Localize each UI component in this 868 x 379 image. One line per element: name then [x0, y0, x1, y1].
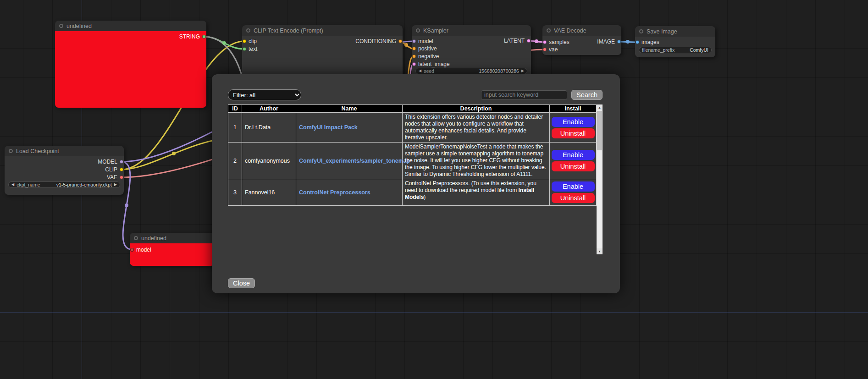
node-load-checkpoint[interactable]: Load Checkpoint MODEL CLIP VAE ◀ ckpt_na… — [5, 146, 124, 195]
output-row-model: MODEL — [98, 159, 123, 165]
output-row-image: IMAGE — [597, 38, 621, 45]
uninstall-button[interactable]: Uninstall — [552, 128, 595, 138]
search-button[interactable]: Search — [571, 90, 603, 100]
input-slot-clip[interactable] — [243, 39, 246, 43]
input-label: samples — [549, 39, 569, 45]
output-slot-latent[interactable] — [527, 39, 531, 43]
uninstall-button[interactable]: Uninstall — [552, 193, 595, 203]
seed-widget[interactable]: ◀ seed 156680208700286 ▶ — [415, 68, 527, 74]
node-undefined-bottom[interactable]: undefined model — [130, 233, 215, 266]
node-titlebar[interactable]: KSampler — [412, 25, 531, 36]
node-title: Save Image — [647, 28, 677, 35]
node-title: Load Checkpoint — [16, 148, 59, 154]
extension-link[interactable]: ComfyUI Impact Pack — [299, 124, 358, 131]
extension-link[interactable]: ControlNet Preprocessors — [299, 189, 370, 196]
input-slot-images[interactable] — [636, 40, 639, 44]
collapse-dot-icon[interactable] — [59, 24, 63, 28]
collapse-dot-icon[interactable] — [246, 28, 250, 33]
node-save-image[interactable]: Save Image images filename_prefix ComfyU… — [635, 26, 715, 57]
scroll-up-icon[interactable]: ▲ — [597, 104, 603, 110]
collapse-dot-icon[interactable] — [547, 28, 551, 33]
output-row-string: STRING — [179, 33, 206, 40]
ckpt-name-widget[interactable]: ◀ ckpt_name v1-5-pruned-emaonly.ckpt ▶ — [8, 181, 120, 188]
decrement-icon[interactable]: ◀ — [419, 69, 421, 73]
input-row-latent-image: latent_image — [412, 61, 450, 67]
node-title: KSampler — [423, 27, 448, 34]
input-label: clip — [249, 38, 257, 44]
collapse-dot-icon[interactable] — [9, 149, 13, 153]
input-label: model — [418, 38, 433, 44]
output-label: IMAGE — [597, 38, 615, 45]
input-slot-model[interactable] — [412, 39, 416, 43]
dialog-footer: Close — [228, 278, 603, 288]
cell-id: 2 — [228, 143, 242, 179]
input-slot-latent-image[interactable] — [412, 62, 416, 66]
input-label: vae — [549, 46, 558, 53]
input-slot-model[interactable] — [130, 248, 134, 252]
search-group: Search — [481, 90, 603, 100]
widget-value: ComfyUI — [690, 47, 708, 53]
collapse-dot-icon[interactable] — [134, 236, 138, 240]
scrollbar-thumb[interactable] — [597, 111, 602, 150]
node-title: CLIP Text Encode (Prompt) — [254, 27, 323, 34]
output-slot-clip[interactable] — [120, 168, 123, 171]
input-slot-text[interactable] — [243, 47, 246, 51]
input-slot-positive[interactable] — [412, 47, 416, 50]
close-button[interactable]: Close — [228, 278, 255, 288]
node-title: undefined — [66, 23, 92, 29]
output-slot-image[interactable] — [617, 40, 621, 44]
scroll-down-icon[interactable]: ▼ — [597, 248, 603, 254]
table-scrollbar[interactable]: ▲ ▼ — [597, 104, 603, 254]
uninstall-button[interactable]: Uninstall — [552, 161, 595, 171]
output-label: LATENT — [504, 38, 525, 44]
widget-value: v1-5-pruned-emaonly.ckpt — [56, 182, 112, 187]
enable-button[interactable]: Enable — [552, 117, 595, 127]
output-row-clip: CLIP — [105, 166, 123, 173]
output-row-latent: LATENT — [504, 38, 531, 44]
filter-select[interactable]: Filter: all — [228, 89, 301, 100]
col-header-id: ID — [228, 105, 242, 113]
increment-icon[interactable]: ▶ — [521, 69, 524, 73]
cell-author: comfyanonymous — [242, 143, 296, 179]
collapse-dot-icon[interactable] — [639, 29, 643, 33]
search-input[interactable] — [481, 90, 567, 100]
extension-link[interactable]: ComfyUI_experiments/sampler_tonemap — [299, 158, 410, 164]
output-row-conditioning: CONDITIONING — [355, 38, 402, 44]
node-titlebar[interactable]: undefined — [130, 233, 215, 243]
input-slot-vae[interactable] — [543, 48, 547, 51]
col-header-name: Name — [296, 105, 403, 113]
output-slot-model[interactable] — [120, 160, 123, 164]
node-titlebar[interactable]: Save Image — [635, 26, 715, 37]
node-title: VAE Decode — [554, 27, 586, 34]
output-slot-vae[interactable] — [120, 176, 123, 179]
filename-prefix-widget[interactable]: filename_prefix ComfyUI — [639, 47, 712, 53]
output-label: VAE — [107, 174, 117, 181]
node-titlebar[interactable]: CLIP Text Encode (Prompt) — [242, 25, 403, 36]
input-label: negative — [418, 53, 439, 60]
input-label: positive — [418, 45, 437, 52]
link-midpoint-dot — [404, 43, 408, 47]
cell-id: 1 — [228, 113, 242, 143]
widget-value: 156680208700286 — [479, 68, 519, 74]
enable-button[interactable]: Enable — [552, 150, 595, 160]
input-slot-samples[interactable] — [543, 40, 547, 44]
link-midpoint-dot — [626, 40, 630, 44]
input-row-text: text — [243, 46, 257, 52]
cell-id: 3 — [228, 179, 242, 206]
collapse-dot-icon[interactable] — [416, 28, 420, 33]
enable-button[interactable]: Enable — [552, 181, 595, 192]
cell-author: Dr.Lt.Data — [242, 113, 296, 143]
input-slot-negative[interactable] — [412, 55, 416, 58]
decrement-icon[interactable]: ◀ — [11, 183, 14, 187]
node-titlebar[interactable]: undefined — [55, 21, 206, 31]
cell-description: ModelSamplerTonemapNoiseTest a node that… — [403, 143, 550, 179]
input-row-samples: samples — [543, 39, 569, 45]
output-slot-conditioning[interactable] — [398, 39, 402, 43]
node-vae-decode[interactable]: VAE Decode samples vae IMAGE — [542, 25, 621, 55]
output-slot-string[interactable] — [202, 35, 206, 38]
input-row-images: images — [636, 39, 659, 45]
node-titlebar[interactable]: Load Checkpoint — [5, 146, 124, 156]
node-titlebar[interactable]: VAE Decode — [542, 25, 621, 36]
node-undefined-top[interactable]: undefined STRING — [55, 21, 206, 108]
increment-icon[interactable]: ▶ — [114, 183, 117, 187]
